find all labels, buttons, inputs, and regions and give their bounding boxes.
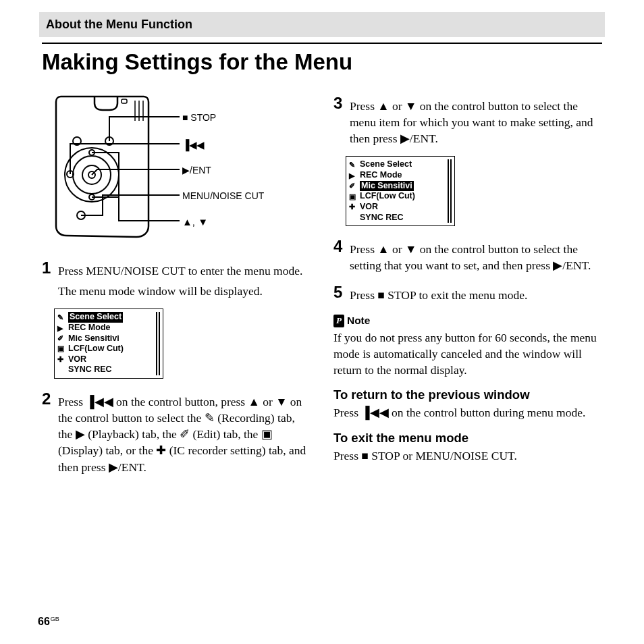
step-5-text: Press ■ STOP to exit the menu mode. [350,283,602,303]
tab-icon: ▶ [57,323,68,333]
tab-icon: ✐ [349,181,360,191]
menu-screen-1: ✎ ▶ ✐ ▣ ✚ Scene Select REC Mode Mic Sens… [54,308,163,379]
exit-menu-text: Press ■ STOP or MENU/NOISE CUT. [333,448,602,464]
step-3: 3 Press ▲ or ▼ on the control button to … [333,94,602,146]
step-number: 2 [42,390,54,407]
page-number: 66GB [38,616,59,628]
note-icon: P [333,315,344,327]
tab-icon: ✐ [57,333,68,344]
menu-item: REC Mode [360,170,446,181]
note-text: If you do not press any button for 60 se… [333,329,602,378]
return-previous-text: Press ▐◀◀ on the control button during m… [333,404,602,421]
playback-icon: ▶ [76,427,85,441]
menu-screen-2: ✎ ▶ ✐ ▣ ✚ Scene Select REC Mode Mic Sens… [346,156,455,226]
step-1-text-1: Press MENU/NOISE CUT to enter the menu m… [58,263,311,279]
tab-icon: ✚ [57,354,68,365]
label-prev: ▐◀◀ [182,138,204,153]
tab-icon: ✚ [349,202,360,212]
recording-icon: ✎ [205,411,215,425]
step-4: 4 Press ▲ or ▼ on the control button to … [333,237,602,273]
label-stop: ■ STOP [182,111,216,124]
step-2: 2 Press ▐◀◀ on the control button, press… [42,390,311,475]
menu-item: Scene Select [360,159,446,170]
heading-return-previous: To return to the previous window [333,386,602,404]
note-heading: PNote [333,313,602,328]
tab-icon: ▣ [349,192,360,202]
page-title: Making Settings for the Menu [42,43,602,75]
menu-item: VOR [68,354,154,365]
tab-icon: ▣ [57,344,68,354]
step-3-text: Press ▲ or ▼ on the control button to se… [350,94,602,146]
ic-settings-icon: ✚ [156,444,166,457]
menu-item: LCF(Low Cut) [68,344,154,354]
prev-icon: ▐◀◀ [361,406,388,419]
step-4-text: Press ▲ or ▼ on the control button to se… [350,237,602,273]
tab-icon: ✎ [57,313,68,323]
menu-item: Mic Sensitivi [360,181,414,192]
step-number: 1 [42,259,54,276]
menu-item: SYNC REC [360,213,446,223]
label-menu: MENU/NOISE CUT [182,190,264,203]
display-icon: ▣ [261,427,273,441]
step-1: 1 Press MENU/NOISE CUT to enter the menu… [42,259,311,299]
menu-item: REC Mode [68,323,154,333]
tab-icon: ✎ [349,160,360,170]
step-number: 4 [333,237,346,254]
menu-item: Mic Sensitivi [68,333,154,344]
menu-item: SYNC REC [68,365,154,375]
step-1-text-2: The menu mode window will be displayed. [58,283,311,299]
menu-item: Scene Select [68,312,123,323]
heading-exit-menu: To exit the menu mode [333,429,602,447]
label-ent: ▶/ENT [182,164,211,177]
edit-icon: ✐ [180,427,190,441]
section-header: About the Menu Function [39,12,605,37]
prev-icon: ▐◀◀ [86,395,113,408]
menu-item: LCF(Low Cut) [360,191,446,202]
device-diagram: ■ STOP ▐◀◀ ▶/ENT MENU/NOISE CUT ▲, ▼ [54,94,284,244]
step-2-text: Press ▐◀◀ on the control button, press ▲… [58,390,311,475]
step-5: 5 Press ■ STOP to exit the menu mode. [333,283,602,303]
step-number: 3 [333,94,346,111]
step-number: 5 [333,283,346,300]
label-updown: ▲, ▼ [182,215,208,230]
tab-icon: ▶ [349,171,360,181]
menu-item: VOR [360,202,446,213]
svg-rect-0 [122,99,127,103]
